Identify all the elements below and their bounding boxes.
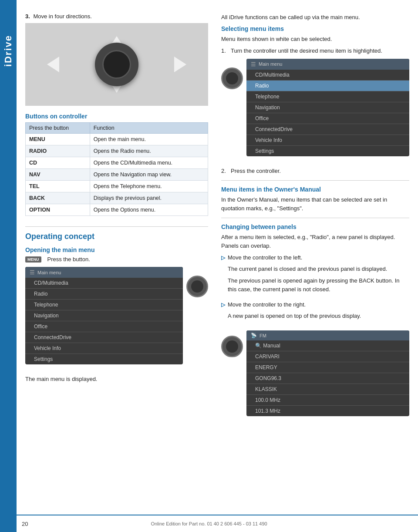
list-item: ConnectedDrive	[246, 124, 409, 135]
bullet1-arrow-icon: ▷	[221, 254, 225, 297]
list-item: Settings	[25, 354, 183, 364]
right-menu-icon: ☰	[251, 61, 256, 67]
right-column: All iDrive functions can be called up vi…	[217, 9, 418, 532]
bullet2-sub1: A new panel is opened on top of the prev…	[228, 312, 361, 320]
step3-heading: 3. Move in four directions.	[25, 13, 208, 20]
list-item: Vehicle Info	[25, 343, 183, 354]
main-content: 3. Move in four directions. Buttons on c…	[17, 0, 418, 532]
step3-number: 3.	[25, 13, 30, 20]
table-row: OPTIONOpens the Options menu.	[26, 204, 208, 216]
controller-knob	[95, 43, 138, 86]
table-row: CDOpens the CD/Multimedia menu.	[26, 157, 208, 169]
arrow-right-icon	[174, 57, 186, 72]
divider	[25, 226, 208, 227]
list-item: 101.3 MHz	[246, 406, 409, 416]
list-item: CD/Multimedia	[246, 70, 409, 81]
press-button-text: Press the button.	[47, 256, 90, 263]
fm-wrapper: 📡 FM 🔍 ManualCARIVARIENERGYGONG96.3KLASS…	[221, 327, 409, 416]
menu-icon: ☰	[30, 269, 35, 276]
owners-manual-text: In the Owner's Manual, menu items that c…	[221, 195, 409, 212]
bullet2-content: Move the controller to the right. A new …	[228, 300, 361, 323]
menu-badge: MENU	[25, 256, 41, 263]
bullet1-sub2: The previous panel is opened again by pr…	[228, 276, 409, 293]
list-item: 🔍 Manual	[246, 340, 409, 351]
left-idrive-menu: ☰ Main menu CD/MultimediaRadioTelephoneN…	[25, 267, 183, 364]
list-item: 100.0 MHz	[246, 395, 409, 406]
list-item: ConnectedDrive	[25, 332, 183, 343]
button-name-cell: CD	[26, 157, 90, 169]
button-function-cell: Opens the Options menu.	[90, 204, 208, 216]
intro-text: All iDrive functions can be called up vi…	[221, 13, 409, 22]
left-menu-title-text: Main menu	[37, 270, 61, 275]
list-item: Navigation	[246, 102, 409, 113]
fm-items: 🔍 ManualCARIVARIENERGYGONG96.3KLASSIK100…	[246, 340, 409, 416]
right-step1-text: Turn the controller until the desired me…	[231, 47, 382, 55]
list-item: Telephone	[25, 300, 183, 310]
table-col1-header: Press the button	[26, 123, 90, 134]
fm-title-icon: 📡	[251, 333, 257, 338]
list-item: Radio	[246, 81, 409, 91]
table-row: MENUOpen the main menu.	[26, 134, 208, 145]
bullet1: ▷ Move the controller to the left. The c…	[221, 253, 409, 297]
left-menu-wrapper: ☰ Main menu CD/MultimediaRadioTelephoneN…	[25, 267, 208, 370]
list-item: Vehicle Info	[246, 135, 409, 146]
button-function-cell: Opens the Navigation map view.	[90, 169, 208, 181]
list-item: Navigation	[25, 310, 183, 321]
buttons-table: Press the button Function MENUOpen the m…	[25, 122, 208, 216]
list-item: Office	[246, 113, 409, 124]
button-name-cell: BACK	[26, 192, 90, 204]
main-menu-displayed-text: The main menu is displayed.	[25, 375, 208, 384]
bullet1-content: Move the controller to the left. The cur…	[228, 253, 409, 297]
fm-title: 📡 FM	[246, 330, 409, 340]
right-step2: 2. Press the controller.	[221, 167, 409, 175]
right-menu-title-text: Main menu	[259, 61, 282, 67]
fm-display: 📡 FM 🔍 ManualCARIVARIENERGYGONG96.3KLASS…	[246, 330, 409, 416]
fm-knob-arrow-icon	[227, 357, 237, 364]
selecting-menu-items-heading: Selecting menu items	[221, 25, 409, 32]
table-col2-header: Function	[90, 123, 208, 134]
changing-panels-intro: After a menu item is selected, e.g., "Ra…	[221, 233, 409, 250]
changing-panels-heading: Changing between panels	[221, 223, 409, 230]
button-function-cell: Opens the Telephone menu.	[90, 181, 208, 192]
left-menu-title: ☰ Main menu	[25, 267, 183, 278]
button-name-cell: NAV	[26, 169, 90, 181]
list-item: CD/Multimedia	[25, 278, 183, 289]
right-menu-title: ☰ Main menu	[246, 59, 409, 70]
fm-title-text: FM	[260, 333, 266, 338]
button-function-cell: Opens the CD/Multimedia menu.	[90, 157, 208, 169]
selecting-menu-items-intro: Menu items shown in white can be selecte…	[221, 35, 409, 44]
button-function-cell: Displays the previous panel.	[90, 192, 208, 204]
footer-text: Online Edition for Part no. 01 40 2 606 …	[151, 521, 267, 526]
button-name-cell: OPTION	[26, 204, 90, 216]
list-item: Telephone	[246, 91, 409, 102]
list-item: Office	[25, 321, 183, 332]
list-item: CARIVARI	[246, 351, 409, 362]
step3-text: Move in four directions.	[33, 13, 91, 20]
list-item: KLASSIK	[246, 384, 409, 395]
right-step2-text: Press the controller.	[231, 167, 281, 175]
bullet2-text: Move the controller to the right.	[228, 301, 306, 308]
list-item: Settings	[246, 146, 409, 156]
right-step2-number: 2.	[221, 167, 228, 175]
sidebar: iDrive	[0, 0, 17, 532]
button-function-cell: Open the main menu.	[90, 134, 208, 145]
divider3	[221, 218, 409, 218]
owners-manual-heading: Menu items in the Owner's Manual	[221, 186, 409, 193]
button-function-cell: Opens the Radio menu.	[90, 145, 208, 157]
list-item: Radio	[25, 289, 183, 300]
arrow-left-icon	[47, 57, 59, 72]
fm-knob	[221, 336, 243, 357]
button-name-cell: TEL	[26, 181, 90, 192]
right-menu-items: CD/MultimediaRadioTelephoneNavigationOff…	[246, 70, 409, 156]
table-row: RADIOOpens the Radio menu.	[26, 145, 208, 157]
controller-image	[25, 23, 208, 106]
press-button-line: MENU Press the button.	[25, 256, 208, 263]
table-row: BACKDisplays the previous panel.	[26, 192, 208, 204]
table-row: TELOpens the Telephone menu.	[26, 181, 208, 192]
left-controller-knob	[186, 276, 208, 297]
button-name-cell: RADIO	[26, 145, 90, 157]
bullet1-text: Move the controller to the left.	[228, 254, 302, 261]
bullet2-arrow-icon: ▷	[221, 301, 225, 323]
page-wrapper: iDrive 3. Move in four directions. Butto…	[0, 0, 418, 532]
right-controller-knob	[221, 67, 243, 89]
